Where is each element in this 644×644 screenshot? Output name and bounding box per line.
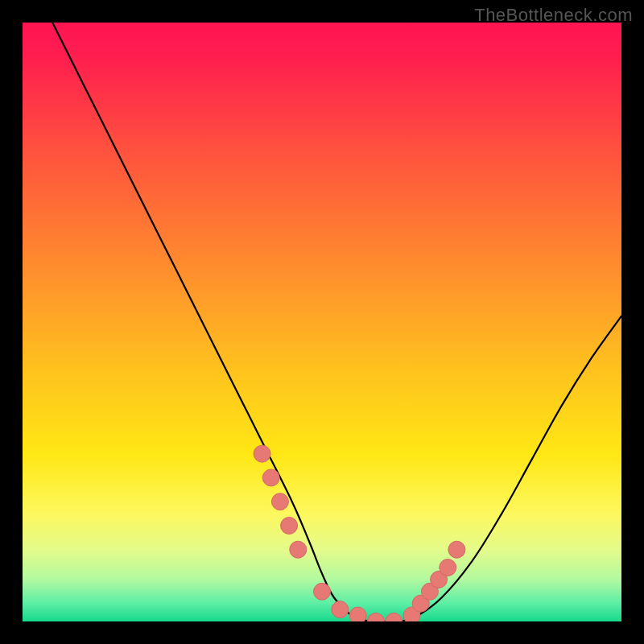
gradient-background — [23, 23, 621, 621]
data-point — [281, 517, 298, 534]
chart-frame: TheBottleneck.com — [0, 0, 644, 644]
data-point — [314, 583, 331, 600]
data-point — [332, 601, 349, 618]
data-point — [448, 541, 465, 558]
watermark-text: TheBottleneck.com — [474, 5, 633, 26]
bottleneck-chart — [0, 0, 644, 644]
data-point — [440, 559, 456, 576]
data-point — [271, 493, 288, 510]
data-point — [290, 541, 307, 558]
data-point — [254, 445, 270, 462]
data-point — [349, 607, 366, 624]
data-point — [262, 469, 279, 486]
